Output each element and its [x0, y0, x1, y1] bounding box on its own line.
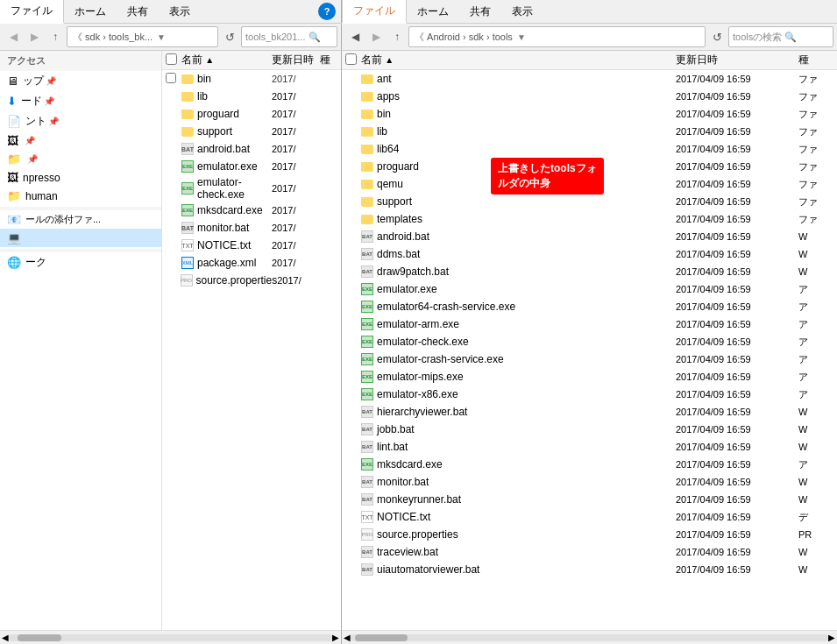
file-row[interactable]: support 2017/	[162, 123, 341, 140]
file-row[interactable]: PRO source.properties 2017/04/09 16:59 P…	[342, 526, 837, 543]
col-date-right[interactable]: 更新日時	[676, 53, 798, 67]
file-row[interactable]: TXT NOTICE.txt 2017/	[162, 237, 341, 254]
file-row[interactable]: EXE emulator-check.exe 2017/	[162, 175, 341, 202]
file-row[interactable]: lib 2017/04/09 16:59 ファ	[342, 123, 837, 140]
file-date: 2017/04/09 16:59	[676, 266, 798, 277]
file-name: android.bat	[377, 230, 676, 243]
refresh-btn-right[interactable]: ↺	[707, 27, 727, 46]
back-btn-left[interactable]: ◀	[4, 27, 23, 46]
forward-btn-right[interactable]: ▶	[366, 27, 386, 46]
file-row[interactable]: BAT hierarchyviewer.bat 2017/04/09 16:59…	[342, 403, 837, 421]
file-row[interactable]: BAT monkeyrunner.bat 2017/04/09 16:59 W	[342, 491, 837, 508]
file-row[interactable]: BAT android.bat 2017/04/09 16:59 W	[342, 228, 837, 245]
nav-item-pc[interactable]: 💻	[0, 229, 161, 247]
scroll-left-btn-right[interactable]: ◀	[344, 633, 351, 642]
nav-item-kitte[interactable]: 📁 📌	[0, 150, 161, 168]
file-row[interactable]: EXE emulator-mips.exe 2017/04/09 16:59 ア	[342, 368, 837, 386]
file-row[interactable]: BAT monitor.bat 2017/04/09 16:59 W	[342, 473, 837, 491]
dropdown-arrow-right[interactable]: ▼	[517, 32, 526, 42]
col-name-left[interactable]: 名前 ▲	[181, 53, 272, 67]
tab-file-right[interactable]: ファイル	[342, 0, 407, 24]
tab-share-right[interactable]: 共有	[459, 1, 501, 23]
file-name: uiautomatorviewer.bat	[377, 563, 676, 576]
file-name: ddms.bat	[377, 248, 676, 260]
file-row[interactable]: EXE emulator64-crash-service.exe 2017/04…	[342, 298, 837, 315]
refresh-btn-left[interactable]: ↺	[220, 27, 239, 46]
help-button-left[interactable]: ?	[318, 3, 336, 20]
file-name: lib64	[377, 143, 676, 155]
search-box-left[interactable]: tools_bk201... 🔍	[241, 26, 337, 47]
forward-btn-left[interactable]: ▶	[25, 27, 44, 46]
nav-item-email-attach[interactable]: 📧 ールの添付ファ...	[0, 210, 161, 229]
file-date: 2017/04/09 16:59	[676, 126, 798, 137]
file-row[interactable]: EXE mksdcard.exe 2017/04/09 16:59 ア	[342, 456, 837, 473]
nav-item-download[interactable]: ⬇ ード 📌	[0, 91, 161, 111]
file-row[interactable]: EXE emulator.exe 2017/04/09 16:59 ア	[342, 280, 837, 298]
nav-item-screenpresso[interactable]: 🖼 npresso	[0, 168, 161, 187]
file-row[interactable]: EXE emulator-crash-service.exe 2017/04/0…	[342, 350, 837, 368]
back-btn-right[interactable]: ◀	[345, 27, 365, 46]
col-type-left[interactable]: 種	[320, 53, 337, 67]
hscroll-left[interactable]	[9, 634, 332, 641]
file-row[interactable]: EXE mksdcard.exe 2017/	[162, 202, 341, 219]
file-row[interactable]: bin 2017/	[162, 70, 341, 88]
file-row[interactable]: EXE emulator-x86.exe 2017/04/09 16:59 ア	[342, 386, 837, 403]
file-row[interactable]: EXE emulator-arm.exe 2017/04/09 16:59 ア	[342, 315, 837, 333]
tab-home-left[interactable]: ホーム	[64, 1, 117, 23]
address-bar-left[interactable]: 《 sdk › tools_bk... ▼	[67, 26, 218, 47]
up-btn-left[interactable]: ↑	[46, 27, 65, 46]
select-all-checkbox-right[interactable]	[345, 53, 357, 65]
file-row[interactable]: TXT NOTICE.txt 2017/04/09 16:59 デ	[342, 508, 837, 526]
file-row[interactable]: BAT ddms.bat 2017/04/09 16:59 W	[342, 245, 837, 263]
up-btn-right[interactable]: ↑	[387, 27, 407, 46]
scroll-right-btn-left[interactable]: ▶	[332, 633, 339, 642]
file-row[interactable]: bin 2017/04/09 16:59 ファ	[342, 105, 837, 123]
search-box-right[interactable]: toolsの検索 🔍	[728, 26, 833, 47]
file-row[interactable]: BAT jobb.bat 2017/04/09 16:59 W	[342, 421, 837, 438]
file-row-templates[interactable]: templates 2017/04/09 16:59 ファ	[342, 210, 837, 228]
file-name: bin	[377, 108, 676, 120]
file-row[interactable]: BAT traceview.bat 2017/04/09 16:59 W	[342, 543, 837, 561]
file-name-templates: templates	[377, 213, 676, 225]
address-bar-right[interactable]: 《 Android › sdk › tools ▼	[408, 26, 706, 47]
file-row[interactable]: EXE emulator.exe 2017/	[162, 158, 341, 175]
file-row[interactable]: support 2017/04/09 16:59 ファ	[342, 193, 837, 210]
nav-item-pictures[interactable]: 🖼 📌	[0, 131, 161, 150]
select-all-checkbox-left[interactable]	[166, 53, 177, 65]
file-row[interactable]: lib64 2017/04/09 16:59 ファ	[342, 140, 837, 158]
nav-item-network[interactable]: 🌐 ーク	[0, 252, 161, 272]
file-row[interactable]: apps 2017/04/09 16:59 ファ	[342, 88, 837, 105]
tab-share-left[interactable]: 共有	[117, 1, 159, 23]
file-row[interactable]: lib 2017/	[162, 88, 341, 105]
col-type-right[interactable]: 種	[798, 53, 833, 67]
file-name: support	[377, 195, 676, 208]
file-row[interactable]: ant 2017/04/09 16:59 ファ	[342, 70, 837, 88]
file-row[interactable]: BAT lint.bat 2017/04/09 16:59 W	[342, 438, 837, 456]
file-row[interactable]: XML package.xml 2017/	[162, 254, 341, 272]
file-row[interactable]: proguard 2017/	[162, 105, 341, 123]
hscroll-right[interactable]	[351, 634, 828, 641]
scroll-left-btn-left[interactable]: ◀	[2, 633, 9, 642]
tab-view-left[interactable]: 表示	[159, 1, 201, 23]
scroll-right-btn-right[interactable]: ▶	[828, 633, 835, 642]
col-date-left[interactable]: 更新日時	[272, 53, 320, 67]
file-row[interactable]: BAT android.bat 2017/	[162, 140, 341, 158]
file-date: 2017/04/09 16:59	[676, 336, 798, 347]
file-row[interactable]: PRO source.properties 2017/	[162, 272, 341, 289]
nav-item-desktop[interactable]: 🖥 ップ 📌	[0, 71, 161, 91]
file-row[interactable]: BAT monitor.bat 2017/	[162, 219, 341, 237]
nav-item-documents[interactable]: 📄 ント 📌	[0, 111, 161, 131]
tab-file-left[interactable]: ファイル	[0, 0, 64, 24]
tab-view-right[interactable]: 表示	[501, 1, 543, 23]
file-date: 2017/	[272, 74, 320, 84]
col-name-right[interactable]: 名前 ▲	[361, 53, 676, 67]
file-row[interactable]: BAT uiautomatorviewer.bat 2017/04/09 16:…	[342, 561, 837, 578]
file-date: 2017/04/09 16:59	[676, 284, 798, 294]
file-row[interactable]: BAT draw9patch.bat 2017/04/09 16:59 W	[342, 263, 837, 280]
dropdown-arrow-left[interactable]: ▼	[157, 32, 166, 42]
file-row[interactable]: EXE emulator-check.exe 2017/04/09 16:59 …	[342, 333, 837, 350]
file-date: 2017/04/09 16:59	[676, 494, 798, 505]
tab-home-right[interactable]: ホーム	[407, 1, 459, 23]
nav-item-sun-human[interactable]: 📁 human	[0, 187, 161, 205]
access-header: アクセス	[0, 51, 161, 71]
